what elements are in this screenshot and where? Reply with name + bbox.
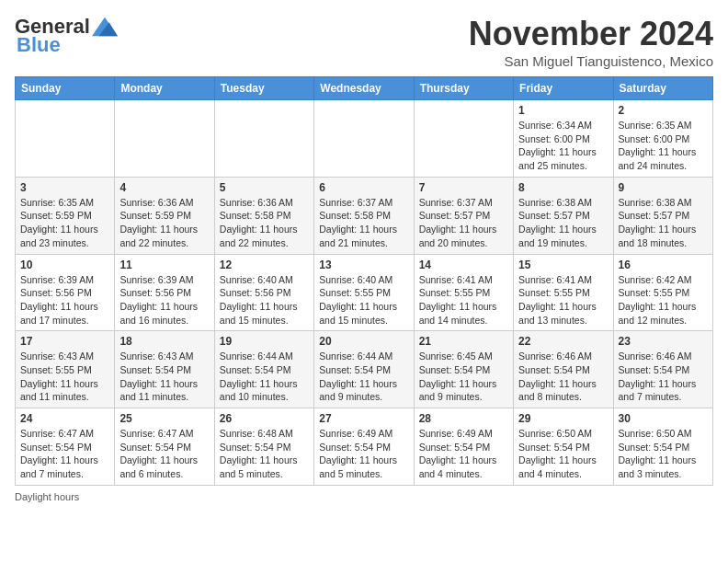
- day-number: 17: [20, 335, 109, 348]
- day-number: 6: [319, 181, 408, 194]
- calendar-cell: 16Sunrise: 6:42 AM Sunset: 5:55 PM Dayli…: [613, 254, 712, 331]
- day-info: Sunrise: 6:47 AM Sunset: 5:54 PM Dayligh…: [20, 427, 109, 481]
- day-number: 24: [20, 412, 109, 425]
- day-number: 28: [419, 412, 508, 425]
- day-info: Sunrise: 6:41 AM Sunset: 5:55 PM Dayligh…: [419, 273, 508, 327]
- calendar-cell: 20Sunrise: 6:44 AM Sunset: 5:54 PM Dayli…: [314, 331, 414, 408]
- day-info: Sunrise: 6:37 AM Sunset: 5:57 PM Dayligh…: [419, 196, 508, 250]
- daylight-label: Daylight hours: [15, 491, 79, 502]
- calendar-cell: 13Sunrise: 6:40 AM Sunset: 5:55 PM Dayli…: [314, 254, 414, 331]
- day-number: 18: [119, 335, 209, 348]
- weekday-header: SundayMondayTuesdayWednesdayThursdayFrid…: [16, 77, 713, 100]
- day-info: Sunrise: 6:37 AM Sunset: 5:58 PM Dayligh…: [319, 196, 408, 250]
- logo-blue: Blue: [17, 33, 61, 57]
- day-info: Sunrise: 6:40 AM Sunset: 5:55 PM Dayligh…: [319, 273, 408, 327]
- day-info: Sunrise: 6:40 AM Sunset: 5:56 PM Dayligh…: [220, 273, 309, 327]
- day-info: Sunrise: 6:39 AM Sunset: 5:56 PM Dayligh…: [119, 273, 209, 327]
- day-info: Sunrise: 6:50 AM Sunset: 5:54 PM Dayligh…: [619, 427, 708, 481]
- weekday-monday: Monday: [115, 77, 214, 100]
- day-number: 22: [518, 335, 608, 348]
- day-number: 23: [619, 335, 708, 348]
- logo: General Blue: [15, 15, 118, 57]
- day-info: Sunrise: 6:35 AM Sunset: 5:59 PM Dayligh…: [20, 196, 109, 250]
- logo-icon: [92, 17, 118, 37]
- day-info: Sunrise: 6:43 AM Sunset: 5:55 PM Dayligh…: [20, 350, 109, 404]
- day-info: Sunrise: 6:41 AM Sunset: 5:55 PM Dayligh…: [518, 273, 608, 327]
- day-info: Sunrise: 6:49 AM Sunset: 5:54 PM Dayligh…: [419, 427, 508, 481]
- day-number: 10: [20, 259, 109, 271]
- day-number: 25: [119, 412, 209, 425]
- calendar-cell: 15Sunrise: 6:41 AM Sunset: 5:55 PM Dayli…: [514, 254, 613, 331]
- day-info: Sunrise: 6:45 AM Sunset: 5:54 PM Dayligh…: [419, 350, 508, 404]
- day-number: 21: [419, 335, 508, 348]
- calendar-week-4: 17Sunrise: 6:43 AM Sunset: 5:55 PM Dayli…: [16, 331, 713, 408]
- page-header: General Blue November 2024 San Miguel Ti…: [15, 15, 713, 69]
- calendar-cell: 17Sunrise: 6:43 AM Sunset: 5:55 PM Dayli…: [16, 331, 115, 408]
- calendar-cell: 8Sunrise: 6:38 AM Sunset: 5:57 PM Daylig…: [514, 177, 613, 254]
- calendar-cell: 5Sunrise: 6:36 AM Sunset: 5:58 PM Daylig…: [214, 177, 313, 254]
- day-number: 14: [419, 259, 508, 271]
- weekday-thursday: Thursday: [414, 77, 513, 100]
- day-number: 16: [619, 259, 708, 271]
- calendar-cell: [16, 100, 115, 178]
- calendar-cell: 28Sunrise: 6:49 AM Sunset: 5:54 PM Dayli…: [414, 408, 513, 486]
- footer: Daylight hours: [15, 491, 713, 502]
- calendar-week-5: 24Sunrise: 6:47 AM Sunset: 5:54 PM Dayli…: [16, 408, 713, 486]
- day-number: 26: [220, 412, 309, 425]
- day-info: Sunrise: 6:46 AM Sunset: 5:54 PM Dayligh…: [619, 350, 708, 404]
- calendar-cell: [414, 100, 513, 178]
- day-number: 11: [119, 259, 209, 271]
- day-number: 30: [619, 412, 708, 425]
- calendar-cell: 25Sunrise: 6:47 AM Sunset: 5:54 PM Dayli…: [115, 408, 214, 486]
- day-number: 3: [20, 181, 109, 194]
- calendar-week-3: 10Sunrise: 6:39 AM Sunset: 5:56 PM Dayli…: [16, 254, 713, 331]
- day-info: Sunrise: 6:50 AM Sunset: 5:54 PM Dayligh…: [518, 427, 608, 481]
- day-info: Sunrise: 6:38 AM Sunset: 5:57 PM Dayligh…: [619, 196, 708, 250]
- day-info: Sunrise: 6:47 AM Sunset: 5:54 PM Dayligh…: [119, 427, 209, 481]
- day-number: 4: [119, 181, 209, 194]
- calendar-cell: 26Sunrise: 6:48 AM Sunset: 5:54 PM Dayli…: [214, 408, 313, 486]
- calendar-cell: [214, 100, 313, 178]
- day-number: 7: [419, 181, 508, 194]
- day-info: Sunrise: 6:46 AM Sunset: 5:54 PM Dayligh…: [518, 350, 608, 404]
- calendar: SundayMondayTuesdayWednesdayThursdayFrid…: [15, 76, 713, 486]
- calendar-cell: 1Sunrise: 6:34 AM Sunset: 6:00 PM Daylig…: [514, 100, 613, 178]
- title-block: November 2024 San Miguel Tianguistenco, …: [469, 15, 713, 69]
- day-number: 20: [319, 335, 408, 348]
- calendar-cell: 3Sunrise: 6:35 AM Sunset: 5:59 PM Daylig…: [16, 177, 115, 254]
- day-info: Sunrise: 6:38 AM Sunset: 5:57 PM Dayligh…: [518, 196, 608, 250]
- calendar-cell: 4Sunrise: 6:36 AM Sunset: 5:59 PM Daylig…: [115, 177, 214, 254]
- weekday-sunday: Sunday: [16, 77, 115, 100]
- month-title: November 2024: [469, 15, 713, 53]
- day-info: Sunrise: 6:44 AM Sunset: 5:54 PM Dayligh…: [220, 350, 309, 404]
- calendar-cell: 18Sunrise: 6:43 AM Sunset: 5:54 PM Dayli…: [115, 331, 214, 408]
- weekday-tuesday: Tuesday: [214, 77, 313, 100]
- calendar-cell: 30Sunrise: 6:50 AM Sunset: 5:54 PM Dayli…: [613, 408, 712, 486]
- day-number: 15: [518, 259, 608, 271]
- day-number: 19: [220, 335, 309, 348]
- location: San Miguel Tianguistenco, Mexico: [469, 53, 713, 69]
- day-number: 1: [518, 104, 608, 117]
- day-number: 2: [619, 104, 708, 117]
- calendar-cell: 6Sunrise: 6:37 AM Sunset: 5:58 PM Daylig…: [314, 177, 414, 254]
- calendar-cell: 23Sunrise: 6:46 AM Sunset: 5:54 PM Dayli…: [613, 331, 712, 408]
- calendar-cell: 22Sunrise: 6:46 AM Sunset: 5:54 PM Dayli…: [514, 331, 613, 408]
- day-info: Sunrise: 6:44 AM Sunset: 5:54 PM Dayligh…: [319, 350, 408, 404]
- weekday-wednesday: Wednesday: [314, 77, 414, 100]
- calendar-cell: 29Sunrise: 6:50 AM Sunset: 5:54 PM Dayli…: [514, 408, 613, 486]
- calendar-cell: 14Sunrise: 6:41 AM Sunset: 5:55 PM Dayli…: [414, 254, 513, 331]
- calendar-week-1: 1Sunrise: 6:34 AM Sunset: 6:00 PM Daylig…: [16, 100, 713, 178]
- calendar-cell: [314, 100, 414, 178]
- day-number: 12: [220, 259, 309, 271]
- calendar-cell: 19Sunrise: 6:44 AM Sunset: 5:54 PM Dayli…: [214, 331, 313, 408]
- day-number: 27: [319, 412, 408, 425]
- day-info: Sunrise: 6:36 AM Sunset: 5:58 PM Dayligh…: [220, 196, 309, 250]
- day-number: 29: [518, 412, 608, 425]
- calendar-cell: 7Sunrise: 6:37 AM Sunset: 5:57 PM Daylig…: [414, 177, 513, 254]
- day-info: Sunrise: 6:39 AM Sunset: 5:56 PM Dayligh…: [20, 273, 109, 327]
- calendar-cell: 9Sunrise: 6:38 AM Sunset: 5:57 PM Daylig…: [613, 177, 712, 254]
- day-number: 9: [619, 181, 708, 194]
- calendar-cell: 11Sunrise: 6:39 AM Sunset: 5:56 PM Dayli…: [115, 254, 214, 331]
- day-info: Sunrise: 6:35 AM Sunset: 6:00 PM Dayligh…: [619, 119, 708, 173]
- day-info: Sunrise: 6:34 AM Sunset: 6:00 PM Dayligh…: [518, 119, 608, 173]
